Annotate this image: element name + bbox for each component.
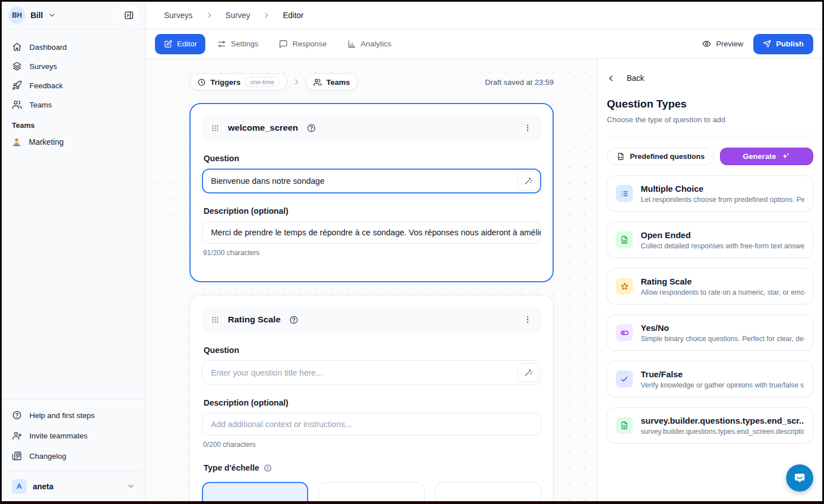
char-counter: 91/200 characters [203,249,540,257]
type-description: Let respondents choose from predefined o… [641,196,804,204]
sidebar-item-surveys[interactable]: Surveys [7,57,140,76]
pencil-square-icon [163,40,172,49]
tab-settings[interactable]: Settings [209,34,267,54]
triggers-chip[interactable]: Triggers one-time [189,74,287,91]
type-title: survey.builder.questions.types.end_scr..… [641,416,804,425]
panel-collapse-icon [124,10,134,20]
sidebar-item-invite[interactable]: Invite teammates [7,425,140,446]
scale-option-stars[interactable]: Stars [318,482,425,501]
description-input[interactable]: Add additional context or instructions..… [202,413,541,436]
panel-subtitle: Choose the type of question to add [607,115,813,136]
predefined-questions-label: Predefined questions [630,152,705,161]
type-title: Rating Scale [641,277,804,286]
sidebar-item-marketing[interactable]: Marketing [7,132,140,152]
sidebar-item-label: Invite teammates [29,432,88,440]
send-icon [763,40,771,48]
tab-analytics[interactable]: Analytics [339,34,400,54]
back-button[interactable]: Back [598,74,822,83]
sidebar-item-dashboard[interactable]: Dashboard [7,37,140,57]
teams-chip[interactable]: Teams [305,74,358,91]
draft-status: Draft saved at 23:59 [485,78,554,87]
drag-handle-icon[interactable] [211,316,219,324]
sidebar-item-teams[interactable]: Teams [7,95,140,114]
question-title-value: Bienvenue dans notre sondage [211,176,325,186]
type-title: Open Ended [641,230,804,240]
panel-title: Question Types [607,98,813,110]
question-help-icon[interactable] [289,315,299,325]
question-type-multiple-choice[interactable]: Multiple Choice Let respondents choose f… [607,175,813,212]
scale-option-emoji[interactable]: Emoji [435,482,541,501]
question-type-yes-no[interactable]: Yes/No Simple binary choice questions. P… [607,315,813,351]
chevron-right-icon [205,11,213,19]
type-title: Yes/No [641,323,804,333]
magic-wand-button[interactable] [517,363,538,382]
breadcrumb-surveys[interactable]: Surveys [164,11,193,20]
sidebar-item-feedback[interactable]: Feedback [7,76,140,95]
trigger-frequency-badge: one-time [245,77,279,87]
sidebar-item-help[interactable]: Help and first steps [7,405,140,425]
question-type-end-screen[interactable]: survey.builder.questions.types.end_scr..… [607,407,813,443]
chevron-down-icon [127,482,135,490]
card-header: Rating Scale [202,307,541,333]
breadcrumb: Surveys Survey Editor [146,2,822,29]
question-type-true-false[interactable]: True/False Verify knowledge or gather op… [607,361,813,397]
panel-actions: Predefined questions Generate [607,148,813,165]
users-icon [12,100,22,110]
question-type-rating-scale[interactable]: Rating Scale Allow respondents to rate o… [607,268,813,304]
sidebar-footer: Help and first steps Invite teammates Ch… [2,399,145,501]
card-menu-icon[interactable] [523,123,532,132]
drag-handle-icon[interactable] [211,124,219,132]
sparkles-icon [781,152,790,161]
question-type-open-ended[interactable]: Open Ended Collect detailed responses wi… [607,222,813,258]
description-input[interactable]: Merci de prendre le temps de répondre à … [202,221,541,244]
question-title-input[interactable]: Enter your question title here... [202,360,541,385]
account-menu[interactable]: A aneta [7,471,140,501]
teams-chip-label: Teams [326,78,350,87]
toolbar-actions: Preview Publish [702,34,813,54]
chat-bubble-smile-icon [793,471,806,485]
star-icon [616,278,633,295]
editor-content: Triggers one-time Teams Draft saved at 2… [146,59,822,501]
question-title-input[interactable]: Bienvenue dans notre sondage [202,169,541,193]
tab-label: Analytics [361,40,391,48]
predefined-questions-button[interactable]: Predefined questions [607,148,714,165]
check-icon [616,371,633,387]
scale-type-options: # Numeric Stars [202,482,541,501]
char-counter: 0/200 characters [203,441,540,449]
question-title-placeholder: Enter your question title here... [211,368,322,377]
description-value: Merci de prendre le temps de répondre à … [211,228,541,237]
chat-widget-button[interactable] [786,464,813,492]
sliders-icon [217,40,226,49]
sidebar-item-label: Surveys [29,62,57,71]
sidebar-item-label: Teams [29,101,52,109]
chat-bubble-icon [279,40,288,49]
tab-label: Settings [231,40,258,48]
file-text-icon [616,417,633,434]
generate-label: Generate [743,152,776,161]
newspaper-icon [12,451,22,461]
card-menu-icon[interactable] [523,315,532,324]
tab-editor[interactable]: Editor [155,34,205,54]
type-title: Multiple Choice [641,184,804,193]
question-help-icon[interactable] [307,123,316,133]
generate-button[interactable]: Generate [720,148,813,165]
teams-section-label: Teams [7,114,140,132]
sidebar-collapse-button[interactable] [119,6,139,25]
tab-response[interactable]: Response [270,34,335,54]
magic-wand-button[interactable] [517,171,538,191]
file-text-icon [616,231,633,248]
breadcrumb-editor[interactable]: Editor [283,11,304,20]
workspace-avatar: BH [8,7,25,24]
breadcrumb-survey[interactable]: Survey [226,11,251,20]
account-name: aneta [33,482,54,491]
question-card-rating-scale[interactable]: Rating Scale Question Enter your questio… [189,295,554,501]
scale-type-label-row: Type d'échelle [204,463,540,472]
workspace-switcher[interactable]: BH Bill [2,2,145,29]
sidebar-item-changelog[interactable]: Changelog [7,446,140,466]
preview-button[interactable]: Preview [702,39,743,49]
scale-option-numeric[interactable]: # Numeric [202,482,308,501]
publish-button[interactable]: Publish [753,34,813,54]
question-card-welcome-screen[interactable]: welcome_screen Question Bienvenue dans n… [189,103,554,282]
info-icon[interactable] [264,464,272,472]
preview-label: Preview [716,40,743,48]
